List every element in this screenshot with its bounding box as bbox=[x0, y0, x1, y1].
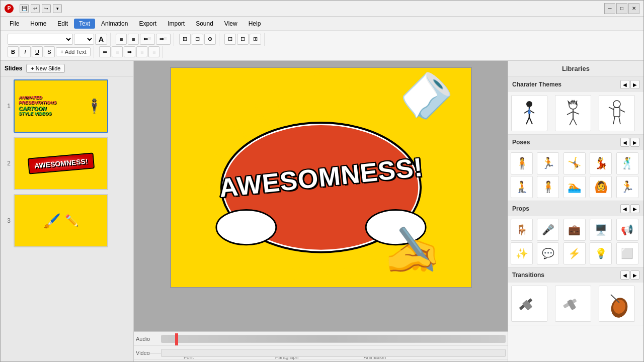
transitions-header: Transitions ◀ ▶ bbox=[508, 267, 643, 283]
new-slide-btn[interactable]: + New Slide bbox=[26, 64, 65, 73]
menu-file[interactable]: File bbox=[5, 19, 24, 29]
props-prev-btn[interactable]: ◀ bbox=[620, 204, 629, 213]
pose-item-5[interactable]: 🕺 bbox=[616, 152, 638, 174]
char-next-btn[interactable]: ▶ bbox=[630, 80, 639, 89]
trans-item-1[interactable] bbox=[511, 286, 547, 322]
decrease-indent-btn[interactable]: ⬅≡ bbox=[140, 34, 154, 45]
pose-item-4[interactable]: 💃 bbox=[590, 152, 612, 174]
prop-item-9[interactable]: 💡 bbox=[590, 242, 612, 264]
timeline-marker bbox=[175, 333, 178, 345]
menu-text[interactable]: Text bbox=[74, 19, 95, 29]
pose-item-3[interactable]: 🤸 bbox=[564, 152, 586, 174]
table-btn[interactable]: ⊞ bbox=[179, 34, 191, 45]
align-extra-btn[interactable]: ≡ bbox=[148, 46, 159, 57]
undo-btn[interactable]: ↩ bbox=[31, 4, 40, 13]
menu-animation[interactable]: Animation bbox=[96, 19, 133, 29]
menu-import[interactable]: Import bbox=[163, 19, 190, 29]
save-btn[interactable]: 💾 bbox=[20, 4, 29, 13]
slide-thumb-1[interactable]: ANIMATED PRESENTATIONS CARTOON STYLE VID… bbox=[14, 79, 108, 133]
pose-item-2[interactable]: 🏃 bbox=[537, 152, 559, 174]
col-after-btn[interactable]: ⊟ bbox=[192, 34, 203, 45]
redo-btn[interactable]: ↪ bbox=[42, 4, 51, 13]
poses-next-btn[interactable]: ▶ bbox=[630, 138, 639, 147]
transitions-nav: ◀ ▶ bbox=[620, 270, 639, 280]
menu-sound[interactable]: Sound bbox=[191, 19, 218, 29]
numbered-list-btn[interactable]: ≡ bbox=[128, 34, 139, 45]
menu-help[interactable]: Help bbox=[244, 19, 266, 29]
align-justify-btn[interactable]: ≡ bbox=[136, 46, 147, 57]
underline-btn[interactable]: U bbox=[32, 46, 43, 57]
add-col-btn[interactable]: ⊕ bbox=[204, 34, 216, 45]
props-section: Props ◀ ▶ 🪑 🎤 💼 🖥️ 📢 ✨ 💬 ⚡ 💡 bbox=[508, 201, 643, 267]
trans2-icon bbox=[558, 289, 588, 319]
table4-btn[interactable]: ⊞ bbox=[250, 34, 261, 45]
prop-item-8[interactable]: ⚡ bbox=[564, 242, 586, 264]
slide-thumb-2[interactable]: AWESOMNESS! bbox=[14, 137, 108, 190]
add-text-btn[interactable]: + Add Text bbox=[56, 47, 91, 56]
slides-title: Slides bbox=[5, 65, 22, 72]
font-family-select[interactable] bbox=[8, 34, 73, 45]
svg-line-20 bbox=[609, 107, 614, 110]
prop-item-4[interactable]: 🖥️ bbox=[590, 219, 612, 241]
menu-view[interactable]: View bbox=[219, 19, 243, 29]
trans-item-2[interactable] bbox=[555, 286, 591, 322]
char-item-2[interactable] bbox=[555, 95, 591, 131]
svg-point-3 bbox=[216, 210, 276, 244]
maximize-btn[interactable]: □ bbox=[616, 3, 627, 14]
bullet-list-btn[interactable]: ≡ bbox=[116, 34, 127, 45]
extra-btn[interactable]: ▾ bbox=[53, 4, 62, 13]
prop-item-5[interactable]: 📢 bbox=[616, 219, 638, 241]
pose-item-9[interactable]: 🙆 bbox=[590, 176, 612, 198]
prop-item-1[interactable]: 🪑 bbox=[511, 219, 533, 241]
prop-item-2[interactable]: 🎤 bbox=[537, 219, 559, 241]
svg-line-22 bbox=[613, 117, 615, 124]
toolbar-row1: A ≡ ≡ ⬅≡ ➡≡ ⊞ ⊟ ⊕ ⊡ ⊟ ⊞ bbox=[5, 33, 639, 46]
minimize-btn[interactable]: ─ bbox=[604, 3, 615, 14]
table3-btn[interactable]: ⊟ bbox=[237, 34, 249, 45]
prop-item-6[interactable]: ✨ bbox=[511, 242, 533, 264]
props-next-btn[interactable]: ▶ bbox=[630, 204, 639, 213]
increase-indent-btn[interactable]: ➡≡ bbox=[156, 34, 171, 45]
props-title: Props bbox=[512, 205, 620, 212]
strikethrough-btn[interactable]: S bbox=[44, 46, 55, 57]
font-size-select[interactable] bbox=[74, 34, 94, 45]
svg-line-17 bbox=[573, 118, 577, 125]
char-prev-btn[interactable]: ◀ bbox=[620, 80, 629, 89]
pose-item-7[interactable]: 🧍 bbox=[537, 176, 559, 198]
menu-edit[interactable]: Edit bbox=[52, 19, 73, 29]
menu-export[interactable]: Export bbox=[134, 19, 162, 29]
trans-next-btn[interactable]: ▶ bbox=[630, 270, 639, 280]
bold-btn[interactable]: B bbox=[8, 46, 19, 57]
pose-item-10[interactable]: 🏃 bbox=[616, 176, 638, 198]
slide-item-2[interactable]: 2 AWESOMNESS! bbox=[4, 137, 130, 190]
italic-btn[interactable]: I bbox=[20, 46, 31, 57]
canvas-frame[interactable]: AWESOMNESS! 🧻 ✍️ bbox=[170, 67, 472, 288]
pose-item-6[interactable]: 🧎 bbox=[511, 176, 533, 198]
table2-btn[interactable]: ⊡ bbox=[224, 34, 236, 45]
font-size-up-btn[interactable]: A bbox=[95, 34, 107, 45]
align-right-btn[interactable]: ➡ bbox=[124, 46, 135, 57]
pose-item-8[interactable]: 🏊 bbox=[564, 176, 586, 198]
align-center-btn[interactable]: ≡ bbox=[112, 46, 123, 57]
prop-item-10[interactable]: ⬜ bbox=[616, 242, 638, 264]
character-themes-nav: ◀ ▶ bbox=[620, 80, 639, 89]
close-btn[interactable]: ✕ bbox=[628, 3, 639, 14]
svg-point-18 bbox=[613, 101, 620, 108]
prop-item-7[interactable]: 💬 bbox=[537, 242, 559, 264]
poses-prev-btn[interactable]: ◀ bbox=[620, 138, 629, 147]
slide-item-3[interactable]: 3 🖌️ ✏️ bbox=[4, 194, 130, 247]
table-group: ⊞ ⊟ ⊕ bbox=[176, 33, 219, 46]
audio-track[interactable] bbox=[161, 335, 506, 343]
trans-item-3[interactable] bbox=[599, 286, 635, 322]
menu-home[interactable]: Home bbox=[25, 19, 51, 29]
main-area: Slides + New Slide 1 ANIMATED PRESENTATI… bbox=[1, 61, 643, 361]
slide-item-1[interactable]: 1 ANIMATED PRESENTATIONS CARTOON STYLE V… bbox=[4, 79, 130, 133]
prop-item-3[interactable]: 💼 bbox=[564, 219, 586, 241]
trans-prev-btn[interactable]: ◀ bbox=[620, 270, 629, 280]
slide-thumb-3[interactable]: 🖌️ ✏️ bbox=[14, 194, 108, 247]
video-track[interactable] bbox=[161, 349, 506, 357]
pose-item-1[interactable]: 🧍 bbox=[511, 152, 533, 174]
char-item-1[interactable] bbox=[511, 95, 547, 131]
align-left-btn[interactable]: ⬅ bbox=[99, 46, 111, 57]
char-item-3[interactable] bbox=[599, 95, 635, 131]
